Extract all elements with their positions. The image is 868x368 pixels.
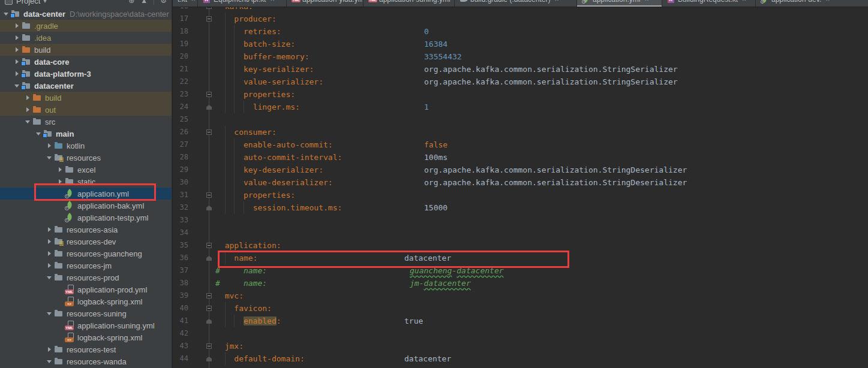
chevron-collapsed-icon[interactable] [24, 107, 31, 112]
chevron-expanded-icon[interactable] [13, 85, 20, 88]
fold-end-icon[interactable] [206, 319, 212, 324]
chevron-expanded-icon[interactable] [46, 156, 53, 159]
chevron-collapsed-icon[interactable] [46, 251, 53, 256]
tree-item-application-prod-yml[interactable]: YMLapplication-prod.yml [0, 283, 172, 295]
tree-item-resources-test[interactable]: resources-test [0, 343, 172, 355]
chevron-collapsed-icon[interactable] [46, 263, 53, 268]
chevron-expanded-icon[interactable] [24, 120, 31, 123]
code-line-29[interactable]: 29key-deserializer:org.apache.kafka.comm… [173, 164, 868, 176]
tree-item-data-center[interactable]: data-centerD:\workingspace\data-center [0, 8, 172, 20]
chevron-expanded-icon[interactable] [2, 13, 10, 16]
tree-item-src[interactable]: src [0, 116, 172, 128]
tree-item-main[interactable]: main [0, 128, 172, 140]
chevron-collapsed-icon[interactable] [46, 347, 53, 352]
code-line-18[interactable]: 18retries:0 [173, 25, 868, 38]
tab-application-yml[interactable]: application.yml× [577, 0, 662, 7]
tree-item-logback-spring-xml[interactable]: <>logback-spring.xml [0, 295, 172, 307]
tree-item-application-bak-yml[interactable]: application-bak.yml [0, 200, 172, 212]
tree-item-resources-dev[interactable]: resources-dev [0, 236, 172, 248]
chevron-collapsed-icon[interactable] [13, 71, 20, 76]
code-line-21[interactable]: 21key-serializer:org.apache.kafka.common… [173, 63, 868, 76]
fold-start-icon[interactable] [206, 293, 212, 298]
code-line-36[interactable]: 36name:datacenter [173, 252, 868, 264]
chevron-collapsed-icon[interactable] [24, 95, 31, 100]
tab-application-dev-[interactable]: application-dev.× [756, 0, 868, 7]
code-line-30[interactable]: 30value-deserializer:org.apache.kafka.co… [173, 176, 868, 189]
tree-item-application-suning-yml[interactable]: YMLapplication-suning.yml [0, 319, 172, 331]
tree-item-out[interactable]: out [0, 104, 172, 116]
chevron-collapsed-icon[interactable] [46, 227, 53, 232]
code-line-34[interactable]: 34 [173, 227, 868, 239]
fold-start-icon[interactable] [206, 243, 212, 248]
close-icon[interactable]: × [644, 0, 648, 4]
code-line-25[interactable]: 25 [173, 113, 868, 126]
tab-build-gradle-datacenter-[interactable]: build.gradle (:datacenter)× [455, 0, 577, 7]
close-icon[interactable]: × [825, 0, 830, 4]
code-line-43[interactable]: 43jmx: [173, 340, 868, 352]
tab-buildingrequest-kt[interactable]: KBuildingRequest.kt× [662, 0, 756, 7]
fold-end-icon[interactable] [206, 105, 212, 110]
tree-item-logback-spring-xml[interactable]: <>logback-spring.xml [0, 331, 172, 343]
locate-icon[interactable]: ⊕ [128, 0, 134, 5]
code-line-31[interactable]: 31properties: [173, 189, 868, 201]
code-line-22[interactable]: 22value-serializer:org.apache.kafka.comm… [173, 76, 868, 88]
code-line-42[interactable]: 42 [173, 327, 868, 340]
code-line-28[interactable]: 28auto-commit-interval:100ms [173, 151, 868, 164]
code-line-19[interactable]: 19batch-size:16384 [173, 38, 868, 50]
chevron-collapsed-icon[interactable] [56, 179, 64, 184]
close-icon[interactable]: × [554, 0, 558, 4]
code-line-23[interactable]: 23properties: [173, 88, 868, 101]
code-line-38[interactable]: 38#name:jm-datacenter [173, 277, 868, 289]
tree-item-excel[interactable]: excel [0, 164, 172, 176]
fold-start-icon[interactable] [206, 92, 212, 97]
fold-end-icon[interactable] [206, 206, 212, 210]
chevron-collapsed-icon[interactable] [56, 167, 64, 172]
tab-equipmentapi-kt[interactable]: KEquipmentApi.kt× [198, 0, 287, 7]
close-icon[interactable]: × [270, 0, 274, 4]
tab-t-kt[interactable]: t.kt× [173, 0, 198, 7]
code-line-37[interactable]: 37#name:guancheng-datacenter [173, 264, 868, 277]
tree-item-build[interactable]: build [0, 92, 172, 104]
chevron-collapsed-icon[interactable] [13, 47, 20, 52]
code-line-33[interactable]: 33 [173, 214, 868, 227]
fold-start-icon[interactable] [206, 343, 212, 349]
code-line-40[interactable]: 40favicon: [173, 302, 868, 315]
tree-item-datacenter[interactable]: datacenter [0, 80, 172, 92]
tree-item-kotlin[interactable]: kotlin [0, 140, 172, 152]
code-line-26[interactable]: 26consumer: [173, 126, 868, 138]
settings-icon[interactable]: ⚙ [160, 0, 167, 5]
code-line-32[interactable]: 32session.timeout.ms:15000 [173, 201, 868, 214]
tree-item-build[interactable]: build [0, 44, 172, 56]
chevron-collapsed-icon[interactable] [13, 23, 20, 28]
fold-start-icon[interactable] [206, 306, 212, 311]
tree-item-application-yml[interactable]: application.yml [0, 188, 172, 200]
tree-item-resources-wanda[interactable]: resources-wanda [0, 355, 172, 367]
code-line-24[interactable]: 24linger.ms:1 [173, 101, 868, 113]
close-icon[interactable]: × [742, 0, 746, 4]
code-line-27[interactable]: 27enable-auto-commit:false [173, 138, 868, 151]
tree-item-data-core[interactable]: data-core [0, 56, 172, 68]
code-editor[interactable]: 16kafka:17producer:18retries:019batch-si… [173, 0, 868, 368]
tree-item-static[interactable]: static [0, 176, 172, 188]
chevron-expanded-icon[interactable] [46, 276, 53, 279]
chevron-collapsed-icon[interactable] [46, 239, 53, 244]
tab-application-suning-yml[interactable]: YMLapplication-suning.yml× [364, 0, 455, 7]
tab-application-yida-yml[interactable]: YMLapplication-yida.yml× [287, 0, 364, 7]
code-line-44[interactable]: 44default-domain:datacenter [173, 352, 868, 365]
fold-end-icon[interactable] [206, 256, 212, 261]
chevron-expanded-icon[interactable] [46, 312, 53, 315]
chevron-expanded-icon[interactable] [46, 360, 53, 363]
fold-start-icon[interactable] [206, 192, 212, 198]
code-line-17[interactable]: 17producer: [173, 13, 868, 25]
chevron-expanded-icon[interactable] [35, 132, 42, 135]
tree-item-data-platform-3[interactable]: data-platform-3 [0, 68, 172, 80]
code-line-41[interactable]: 41enabled:true [173, 315, 868, 327]
tree-item-resources[interactable]: resources [0, 152, 172, 164]
chevron-collapsed-icon[interactable] [46, 143, 53, 148]
fold-start-icon[interactable] [206, 16, 212, 22]
code-line-35[interactable]: 35application: [173, 239, 868, 252]
tree-item-application-testp-yml[interactable]: application-testp.yml [0, 212, 172, 224]
fold-start-icon[interactable] [206, 129, 212, 135]
tree-item--gradle[interactable]: .gradle [0, 20, 172, 32]
tree-item-resources-suning[interactable]: resources-suning [0, 307, 172, 319]
